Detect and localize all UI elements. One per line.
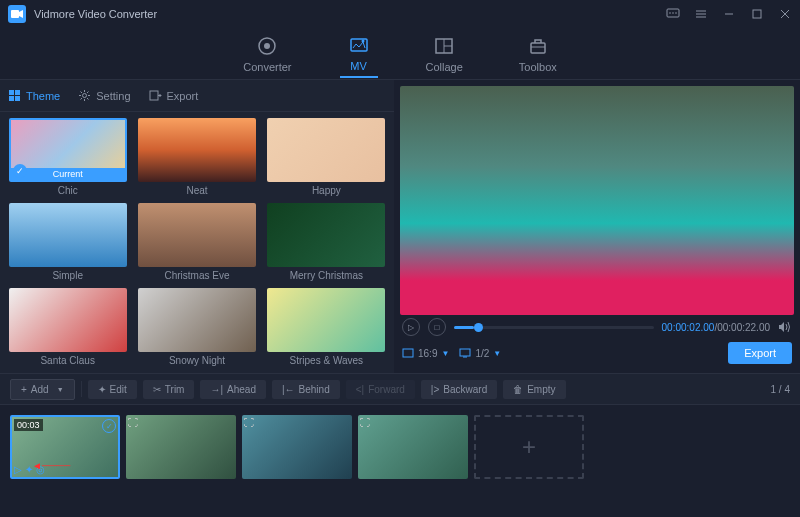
clip-2[interactable]: ⛶ bbox=[126, 415, 236, 479]
clip-toolbar: +Add▼ ✦Edit ✂Trim →|Ahead |←Behind <|For… bbox=[0, 373, 800, 405]
theme-grid: Current✓Chic Neat Happy Simple Christmas… bbox=[0, 112, 394, 373]
trim-button[interactable]: ✂Trim bbox=[143, 380, 195, 399]
app-logo-icon bbox=[8, 5, 26, 23]
time-display: 00:00:02.00/00:00:22.00 bbox=[662, 322, 770, 333]
plus-icon: + bbox=[21, 384, 27, 395]
close-icon[interactable] bbox=[778, 7, 792, 21]
feedback-icon[interactable] bbox=[666, 7, 680, 21]
playback-controls: ▷ □ 00:00:02.00/00:00:22.00 bbox=[400, 315, 794, 339]
add-clip-button[interactable]: + bbox=[474, 415, 584, 479]
chevron-down-icon: ▼ bbox=[441, 349, 449, 358]
maximize-icon[interactable] bbox=[750, 7, 764, 21]
svg-point-13 bbox=[264, 43, 270, 49]
toolbox-icon bbox=[527, 35, 549, 57]
subtab-setting[interactable]: Setting bbox=[78, 89, 130, 102]
subtab-export[interactable]: Export bbox=[149, 89, 199, 102]
add-button[interactable]: +Add▼ bbox=[10, 379, 75, 400]
zoom-selector[interactable]: 1/2 ▼ bbox=[459, 348, 501, 359]
converter-icon bbox=[256, 35, 278, 57]
menu-icon[interactable] bbox=[694, 7, 708, 21]
gear-icon bbox=[78, 89, 91, 102]
svg-point-4 bbox=[675, 12, 677, 14]
theme-merry-christmas[interactable]: Merry Christmas bbox=[265, 203, 388, 282]
scissors-icon: ✂ bbox=[153, 384, 161, 395]
tab-collage[interactable]: Collage bbox=[418, 31, 471, 77]
svg-rect-26 bbox=[150, 91, 158, 100]
tab-toolbox[interactable]: Toolbox bbox=[511, 31, 565, 77]
arrow-annotation: ◄──── bbox=[32, 460, 70, 471]
theme-simple[interactable]: Simple bbox=[6, 203, 129, 282]
clip-time: 00:03 bbox=[14, 419, 43, 431]
clip-4[interactable]: ⛶ bbox=[358, 415, 468, 479]
svg-rect-0 bbox=[11, 10, 19, 18]
preview-settings: 16:9 ▼ 1/2 ▼ Export bbox=[400, 339, 794, 367]
svg-point-3 bbox=[672, 12, 674, 14]
wand-icon: ✦ bbox=[98, 384, 106, 395]
svg-rect-14 bbox=[351, 39, 367, 51]
tab-converter[interactable]: Converter bbox=[235, 31, 299, 77]
volume-icon[interactable] bbox=[778, 321, 792, 333]
left-panel: Theme Setting Export Current✓Chic Neat H… bbox=[0, 80, 394, 373]
minimize-icon[interactable] bbox=[722, 7, 736, 21]
main-area: Theme Setting Export Current✓Chic Neat H… bbox=[0, 80, 800, 373]
collage-icon bbox=[433, 35, 455, 57]
empty-button[interactable]: 🗑Empty bbox=[503, 380, 565, 399]
expand-icon[interactable]: ⛶ bbox=[128, 417, 138, 428]
svg-point-15 bbox=[361, 39, 364, 42]
behind-button[interactable]: |←Behind bbox=[272, 380, 340, 399]
export-icon bbox=[149, 89, 162, 102]
forward-icon: <| bbox=[356, 384, 364, 395]
backward-button[interactable]: |>Backward bbox=[421, 380, 497, 399]
right-panel: ▷ □ 00:00:02.00/00:00:22.00 16:9 ▼ 1/2 ▼… bbox=[394, 80, 800, 373]
theme-icon bbox=[8, 89, 21, 102]
export-button[interactable]: Export bbox=[728, 342, 792, 364]
expand-icon[interactable]: ⛶ bbox=[360, 417, 370, 428]
behind-icon: |← bbox=[282, 384, 295, 395]
check-icon: ✓ bbox=[13, 164, 27, 178]
titlebar: Vidmore Video Converter bbox=[0, 0, 800, 28]
chevron-down-icon: ▼ bbox=[57, 386, 64, 393]
main-tabs: Converter MV Collage Toolbox bbox=[0, 28, 800, 80]
theme-happy[interactable]: Happy bbox=[265, 118, 388, 197]
subtab-theme[interactable]: Theme bbox=[8, 89, 60, 102]
progress-bar[interactable] bbox=[454, 326, 654, 329]
page-indicator: 1 / 4 bbox=[771, 384, 790, 395]
ahead-button[interactable]: →|Ahead bbox=[200, 380, 266, 399]
timeline: 00:03 ✓ ▷ ✦ ◎ ◄──── ⛶ ⛶ ⛶ + bbox=[0, 405, 800, 489]
theme-chic[interactable]: Current✓Chic bbox=[6, 118, 129, 197]
chevron-down-icon: ▼ bbox=[493, 349, 501, 358]
svg-rect-27 bbox=[403, 349, 413, 357]
svg-point-25 bbox=[83, 94, 87, 98]
clip-check-icon[interactable]: ✓ bbox=[102, 419, 116, 433]
aspect-ratio-selector[interactable]: 16:9 ▼ bbox=[402, 348, 449, 359]
theme-stripes-waves[interactable]: Stripes & Waves bbox=[265, 288, 388, 367]
play-icon[interactable]: ▷ bbox=[14, 464, 22, 475]
svg-rect-23 bbox=[9, 96, 14, 101]
mv-icon bbox=[348, 34, 370, 56]
svg-rect-22 bbox=[15, 90, 20, 95]
backward-icon: |> bbox=[431, 384, 439, 395]
play-button[interactable]: ▷ bbox=[402, 318, 420, 336]
expand-icon[interactable]: ⛶ bbox=[244, 417, 254, 428]
theme-santa-claus[interactable]: Santa Claus bbox=[6, 288, 129, 367]
theme-snowy-night[interactable]: Snowy Night bbox=[135, 288, 258, 367]
screen-icon bbox=[459, 348, 471, 358]
divider bbox=[81, 381, 82, 397]
theme-christmas-eve[interactable]: Christmas Eve bbox=[135, 203, 258, 282]
svg-rect-24 bbox=[15, 96, 20, 101]
clip-3[interactable]: ⛶ bbox=[242, 415, 352, 479]
stop-button[interactable]: □ bbox=[428, 318, 446, 336]
clip-1[interactable]: 00:03 ✓ ▷ ✦ ◎ ◄──── bbox=[10, 415, 120, 479]
svg-rect-19 bbox=[531, 43, 545, 53]
ahead-icon: →| bbox=[210, 384, 223, 395]
aspect-icon bbox=[402, 348, 414, 358]
trash-icon: 🗑 bbox=[513, 384, 523, 395]
tab-mv[interactable]: MV bbox=[340, 30, 378, 78]
svg-rect-21 bbox=[9, 90, 14, 95]
edit-button[interactable]: ✦Edit bbox=[88, 380, 137, 399]
video-preview[interactable] bbox=[400, 86, 794, 315]
app-title: Vidmore Video Converter bbox=[34, 8, 157, 20]
forward-button[interactable]: <|Forward bbox=[346, 380, 415, 399]
theme-neat[interactable]: Neat bbox=[135, 118, 258, 197]
subtabs: Theme Setting Export bbox=[0, 80, 394, 112]
